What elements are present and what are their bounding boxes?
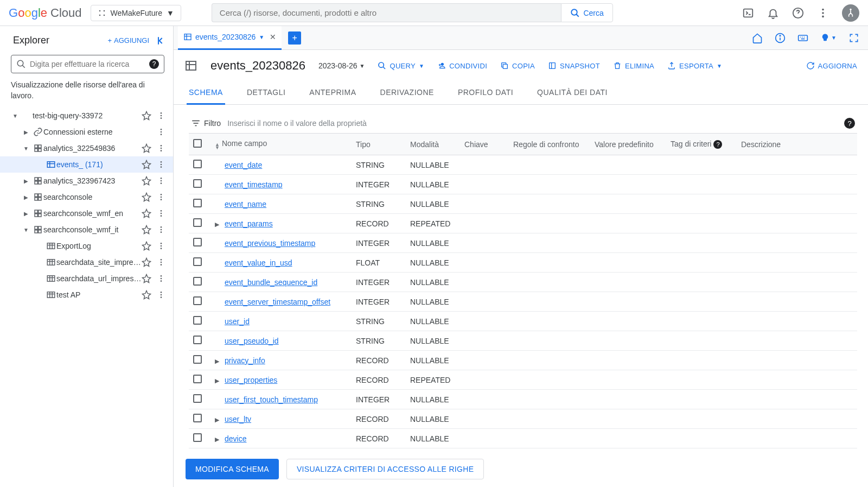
star-icon[interactable] [142,241,151,251]
notifications-icon[interactable] [767,7,779,19]
copy-button[interactable]: COPIA [500,61,535,70]
expand-icon[interactable]: ▶ [215,416,222,423]
star-icon[interactable] [142,225,151,235]
row-checkbox[interactable] [193,238,202,246]
sub-tab[interactable]: ANTEPRIMA [307,81,358,104]
sub-tab[interactable]: PROFILO DATI [456,81,515,104]
more-icon[interactable] [154,160,169,169]
sub-tab[interactable]: DETTAGLI [245,81,288,104]
expand-icon[interactable]: ▼ [20,146,33,151]
lightbulb-icon[interactable]: ▼ [820,33,837,43]
tree-item[interactable]: searchdata_site_impres... [0,254,173,270]
row-checkbox[interactable] [193,375,202,383]
row-checkbox[interactable] [193,336,202,344]
tree-item[interactable]: ▼searchconsole_wmf_it [0,222,173,238]
expand-icon[interactable]: ▶ [20,129,33,135]
row-checkbox[interactable] [193,414,202,422]
star-icon[interactable] [142,111,151,121]
row-checkbox[interactable] [193,218,202,227]
expand-icon[interactable]: ▶ [215,377,222,384]
more-icon[interactable] [154,258,169,267]
star-icon[interactable] [142,257,151,267]
sub-tab[interactable]: QUALITÀ DEI DATI [535,81,610,104]
tree-item[interactable]: ▶searchconsole_wmf_en [0,205,173,222]
expand-icon[interactable]: ▶ [215,436,222,443]
edit-schema-button[interactable]: MODIFICA SCHEMA [186,459,279,479]
info-icon[interactable] [775,33,786,43]
expand-icon[interactable]: ▶ [20,211,33,217]
help-icon[interactable]: ? [149,59,159,69]
help-icon[interactable] [792,7,804,19]
row-checkbox[interactable] [193,257,202,266]
expand-icon[interactable]: ▼ [9,113,22,119]
more-icon[interactable] [154,225,169,234]
more-icon[interactable] [154,144,169,153]
sort-icon[interactable]: ▲▼ [215,143,220,149]
filter-input[interactable]: Inserisci il nome o il valore della prop… [227,119,838,128]
project-picker[interactable]: WeMakeFuture ▼ [91,5,181,21]
field-name-link[interactable]: user_pseudo_id [225,337,279,345]
field-name-link[interactable]: event_bundle_sequence_id [225,278,317,287]
tree-item[interactable]: ▶searchconsole [0,189,173,205]
tab-events[interactable]: events_20230826 ▼ ✕ [178,26,282,50]
field-name-link[interactable]: user_first_touch_timestamp [225,395,318,404]
tree-item[interactable]: events_ (171) [0,156,173,173]
tree-item[interactable]: ▶analytics_323967423 [0,173,173,189]
field-name-link[interactable]: user_properties [225,376,277,384]
close-icon[interactable]: ✕ [270,33,276,41]
star-icon[interactable] [142,192,151,202]
global-search-input[interactable] [212,3,561,22]
sub-tab[interactable]: DERIVAZIONE [378,81,436,104]
avatar[interactable] [842,4,859,22]
more-icon[interactable] [154,242,169,250]
tree-item[interactable]: ▼test-big-query-33972 [0,107,173,124]
field-name-link[interactable]: user_ltv [225,415,251,423]
row-checkbox[interactable] [193,179,202,188]
gcp-logo[interactable]: Google Cloud [9,6,82,20]
more-icon[interactable] [154,274,169,283]
field-name-link[interactable]: user_id [225,317,250,326]
explorer-search-input[interactable] [11,55,164,73]
query-button[interactable]: QUERY ▼ [378,61,424,70]
collapse-panel-icon[interactable] [156,35,167,46]
sub-tab[interactable]: SCHEMA [187,81,225,105]
field-name-link[interactable]: event_params [225,219,273,228]
star-icon[interactable] [142,160,151,169]
row-checkbox[interactable] [193,199,202,207]
row-checkbox[interactable] [193,277,202,286]
home-icon[interactable] [752,33,763,43]
help-icon[interactable]: ? [844,118,855,129]
field-name-link[interactable]: event_name [225,200,266,208]
delete-button[interactable]: ELIMINA [613,61,654,70]
more-icon[interactable] [154,176,169,185]
field-name-link[interactable]: event_previous_timestamp [225,239,315,248]
field-name-link[interactable]: device [225,434,246,443]
keyboard-icon[interactable] [797,33,808,43]
help-icon[interactable]: ? [713,140,722,149]
expand-icon[interactable]: ▼ [20,227,33,233]
more-icon[interactable] [154,111,169,120]
row-checkbox[interactable] [193,355,202,364]
row-checkbox[interactable] [193,296,202,305]
share-button[interactable]: CONDIVIDI [437,61,487,70]
more-icon[interactable] [154,209,169,218]
expand-icon[interactable]: ▶ [20,178,33,184]
expand-icon[interactable]: ▶ [215,358,222,365]
star-icon[interactable] [142,274,151,283]
view-access-button[interactable]: VISUALIZZA CRITERI DI ACCESSO ALLE RIGHE [286,459,484,479]
tree-item[interactable]: ExportLog [0,238,173,254]
star-icon[interactable] [142,176,151,186]
field-name-link[interactable]: event_server_timestamp_offset [225,298,330,306]
field-name-link[interactable]: event_date [225,161,262,169]
tree-item[interactable]: ▼analytics_322549836 [0,140,173,156]
more-icon[interactable] [154,128,169,136]
expand-icon[interactable]: ▶ [20,194,33,200]
more-icon[interactable] [817,7,829,19]
add-tab-button[interactable]: + [288,31,301,45]
tree-item[interactable]: ▶Connessioni esterne [0,124,173,140]
export-button[interactable]: ESPORTA ▼ [667,61,722,70]
row-checkbox[interactable] [193,160,202,168]
row-checkbox[interactable] [193,316,202,325]
global-search-button[interactable]: Cerca [561,3,612,22]
star-icon[interactable] [142,208,151,218]
